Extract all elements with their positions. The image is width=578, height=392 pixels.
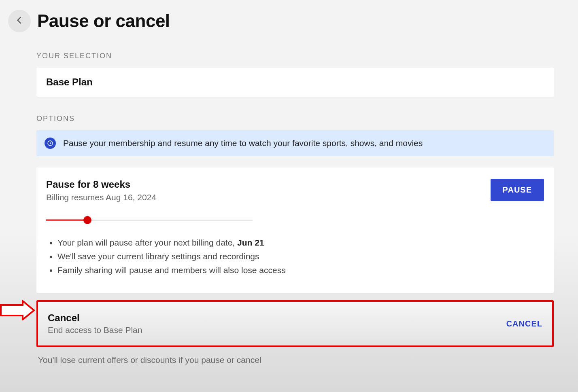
pause-card-body: Pause for 8 weeks Billing resumes Aug 16… [46, 179, 481, 279]
cancel-title: Cancel [48, 312, 142, 324]
back-button[interactable] [8, 10, 31, 32]
slider-thumb[interactable] [83, 216, 91, 224]
page-title: Pause or cancel [37, 11, 170, 31]
pause-title: Pause for 8 weeks [46, 179, 481, 190]
pause-bullet-list: Your plan will pause after your next bil… [46, 238, 481, 275]
selection-card: Base Plan [36, 68, 554, 97]
annotation-arrow-icon [0, 300, 35, 320]
your-selection-label: YOUR SELECTION [36, 52, 554, 60]
pause-cancel-warning: You'll lose current offers or discounts … [36, 355, 554, 365]
info-banner-text: Pause your membership and resume any tim… [63, 138, 423, 148]
cancel-button[interactable]: CANCEL [506, 319, 542, 328]
pause-button[interactable]: PAUSE [491, 179, 544, 201]
pause-info-banner: Pause your membership and resume any tim… [36, 130, 554, 156]
options-label: OPTIONS [36, 114, 554, 123]
pause-subtitle: Billing resumes Aug 16, 2024 [46, 193, 481, 202]
slider-fill [46, 220, 87, 221]
clock-icon [45, 138, 56, 149]
plan-name: Base Plan [46, 76, 544, 88]
content: YOUR SELECTION Base Plan OPTIONS Pause y… [8, 52, 554, 365]
pause-bullet-item: Family sharing will pause and members wi… [57, 265, 481, 275]
pause-card: Pause for 8 weeks Billing resumes Aug 16… [36, 167, 554, 293]
pause-bullet-item: Your plan will pause after your next bil… [57, 238, 481, 248]
header: Pause or cancel [8, 10, 554, 32]
page: Pause or cancel YOUR SELECTION Base Plan… [0, 0, 578, 381]
cancel-subtitle: End access to Base Plan [48, 325, 142, 335]
cancel-card: Cancel End access to Base Plan CANCEL [36, 300, 554, 347]
arrow-left-icon [14, 15, 25, 27]
pause-bullet-item: We'll save your current library settings… [57, 252, 481, 261]
pause-duration-slider[interactable] [46, 216, 253, 224]
